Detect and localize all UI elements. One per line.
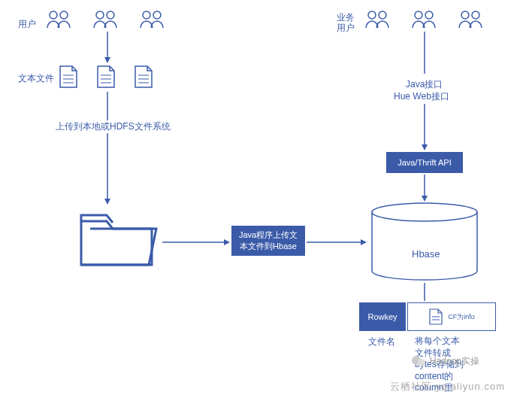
people-icon xyxy=(45,9,72,30)
wechat-watermark: Hadoop实操 xyxy=(410,354,479,368)
svg-marker-7 xyxy=(104,57,110,63)
cf-box: CF为info xyxy=(407,302,496,331)
svg-point-0 xyxy=(50,11,57,19)
people-icon xyxy=(364,9,391,30)
svg-marker-33 xyxy=(422,196,428,202)
arrow-down-icon xyxy=(104,32,110,63)
right-user-label: 业务 用户 xyxy=(337,12,355,34)
svg-point-34 xyxy=(372,203,477,221)
api-box: Java/Thrift API xyxy=(386,152,463,173)
arrow-down-icon xyxy=(104,92,110,205)
svg-point-24 xyxy=(379,11,386,19)
document-icon xyxy=(59,65,78,89)
svg-marker-22 xyxy=(361,239,367,245)
svg-point-25 xyxy=(415,11,422,19)
svg-point-5 xyxy=(153,11,161,19)
svg-point-26 xyxy=(425,11,433,19)
svg-point-3 xyxy=(107,11,114,19)
file-label: 文本文件 xyxy=(18,72,54,85)
svg-point-2 xyxy=(96,11,104,19)
upload-box: Java程序上传文 本文件到Hbase xyxy=(231,226,305,256)
site-watermark: 云栖社区 yq.aliyun.com xyxy=(390,380,505,393)
document-icon xyxy=(96,65,116,89)
folder-icon xyxy=(77,208,159,272)
svg-point-1 xyxy=(60,11,68,19)
filename-label: 文件名 xyxy=(368,336,395,348)
svg-point-4 xyxy=(143,11,150,19)
cf-label: CF为info xyxy=(448,312,475,322)
upload-text-label: 上传到本地或HDFS文件系统 xyxy=(54,120,172,133)
svg-point-28 xyxy=(472,11,479,19)
hbase-label: Hbase xyxy=(412,248,440,260)
brand-label: Hadoop实操 xyxy=(430,355,479,368)
arrow-down-icon xyxy=(422,175,428,202)
svg-point-23 xyxy=(368,11,376,19)
document-icon xyxy=(428,308,443,326)
arrow-down-icon xyxy=(422,32,428,74)
people-icon xyxy=(457,9,484,30)
people-icon xyxy=(92,9,119,30)
svg-marker-31 xyxy=(422,144,428,150)
database-icon xyxy=(368,202,481,284)
svg-point-39 xyxy=(418,359,425,366)
arrow-right-icon xyxy=(307,239,367,245)
rowkey-box: Rowkey xyxy=(359,302,406,331)
arrow-down-icon xyxy=(422,283,428,301)
people-icon xyxy=(138,9,165,30)
svg-marker-20 xyxy=(224,239,230,245)
document-icon xyxy=(134,65,153,89)
arrow-down-icon xyxy=(422,104,428,150)
java-api-label: Java接口 xyxy=(406,78,443,91)
svg-marker-18 xyxy=(104,199,110,205)
arrow-right-icon xyxy=(162,239,230,245)
left-user-label: 用户 xyxy=(18,18,36,31)
svg-point-27 xyxy=(461,11,469,19)
hue-api-label: Hue Web接口 xyxy=(394,90,449,103)
people-icon xyxy=(410,9,437,30)
